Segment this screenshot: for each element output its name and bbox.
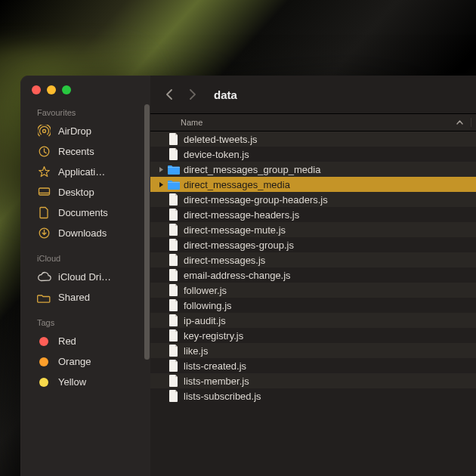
file-name: lists-created.js [181,360,471,372]
sidebar-item-label: Applicati… [58,166,105,178]
svg-rect-15 [168,167,180,168]
sidebar-item-label: Documents [58,207,108,218]
back-button[interactable] [161,85,178,104]
sidebar-item-label: Desktop [58,187,94,198]
file-row[interactable]: direct-messages-group.js17/01/24 [150,237,476,252]
file-row[interactable]: direct-message-headers.js17/01/24 [150,207,476,222]
file-row[interactable]: lists-member.js17/01/24 [150,373,476,388]
disclosure-triangle-icon[interactable] [155,181,167,188]
sidebar-item[interactable]: Downloads [20,223,150,243]
file-name: ip-audit.js [181,315,471,326]
sidebar-item[interactable]: Shared [20,287,150,308]
file-date: 17/01/24 [471,194,476,205]
column-date[interactable]: Date…ified [471,118,476,127]
file-name: email-address-change.js [181,270,471,281]
file-date: 17/01/24 [471,285,476,295]
window-title: data [214,88,237,101]
folder-icon [167,165,181,175]
sort-asc-icon [456,119,463,126]
fullscreen-window-button[interactable] [62,85,71,94]
file-icon [167,314,181,326]
column-name[interactable]: Name [150,118,471,127]
sidebar-item[interactable]: Applicati… [20,162,150,182]
svg-point-0 [42,130,45,133]
file-date: 17/01/24 [471,360,476,371]
window-controls [20,85,150,108]
file-row[interactable]: lists-created.js17/01/24 [150,358,476,373]
file-date: 17/01/24 [471,149,476,159]
file-icon [167,133,181,145]
folder-icon [167,180,181,190]
close-window-button[interactable] [32,85,41,94]
sidebar-item[interactable]: Orange [20,351,150,372]
file-icon [167,284,181,296]
file-date: 17/01/24 [471,345,476,356]
file-icon [167,360,181,372]
sidebar-item[interactable]: iCloud Dri… [20,267,150,287]
file-list[interactable]: deleted-tweets.js17/01/24device-token.js… [150,131,476,476]
finder-window: FavouritesAirDropRecentsApplicati…Deskto… [20,76,476,476]
file-name: direct_messages_media [181,179,471,190]
sidebar-item[interactable]: Red [20,331,150,351]
sidebar-item[interactable]: AirDrop [20,121,150,141]
folder-row[interactable]: direct_messages_media17/01/24 [150,177,476,192]
column-name-label: Name [181,118,202,127]
sidebar-item-label: iCloud Dri… [58,271,111,283]
folder-row[interactable]: direct_messages_group_media17/01/24 [150,162,476,177]
file-row[interactable]: following.js17/01/24 [150,298,476,313]
file-name: direct-message-group-headers.js [181,194,471,206]
tag-color-icon [39,378,48,387]
recents-icon [38,145,51,158]
file-row[interactable]: direct-messages.js17/01/24 [150,252,476,267]
file-row[interactable]: deleted-tweets.js17/01/24 [150,131,476,147]
file-name: like.js [181,345,471,357]
file-row[interactable]: follower.js17/01/24 [150,283,476,298]
svg-rect-16 [168,182,180,183]
sidebar: FavouritesAirDropRecentsApplicati…Deskto… [20,76,150,476]
file-name: lists-member.js [181,376,471,387]
cloud-icon [37,271,51,283]
file-row[interactable]: email-address-change.js17/01/24 [150,267,476,283]
file-name: deleted-tweets.js [181,134,471,145]
file-icon [167,375,181,387]
sidebar-item[interactable]: Recents [20,141,150,162]
file-date: 17/01/24 [471,315,476,326]
file-row[interactable]: key-registry.js17/01/24 [150,328,476,343]
sidebar-item-label: Downloads [58,227,107,239]
airdrop-icon [38,125,51,138]
sidebar-item-label: Recents [58,146,94,157]
sidebar-item[interactable]: Desktop [20,182,150,202]
file-date: 17/01/24 [471,376,476,386]
file-row[interactable]: ip-audit.js17/01/24 [150,313,476,328]
main-pane: data [150,76,476,476]
minimize-window-button[interactable] [47,85,56,94]
file-date: 17/01/24 [471,270,476,280]
sidebar-item-label: AirDrop [58,125,91,137]
file-icon [167,239,181,251]
file-name: direct_messages_group_media [181,164,471,175]
file-icon [167,224,181,236]
sidebar-scrollbar[interactable] [144,104,150,360]
file-row[interactable]: direct-message-group-headers.js17/01/24 [150,192,476,207]
file-name: direct-messages.js [181,255,471,266]
file-row[interactable]: lists-subscribed.js17/01/24 [150,388,476,403]
shared-icon [37,292,51,303]
toolbar: data [150,76,476,113]
file-row[interactable]: like.js17/01/24 [150,343,476,358]
file-date: 17/01/24 [471,391,476,401]
sidebar-item-label: Orange [58,356,91,367]
sidebar-item[interactable]: Yellow [20,372,150,392]
file-icon [167,299,181,311]
file-date: 17/01/24 [471,164,476,175]
file-row[interactable]: direct-message-mute.js17/01/24 [150,222,476,237]
sidebar-section-label: Favourites [20,108,150,121]
forward-button[interactable] [184,85,200,104]
sidebar-section-label: Tags [20,318,150,331]
sidebar-item[interactable]: Documents [20,202,150,223]
file-date: 17/01/24 [471,179,476,190]
file-row[interactable]: device-token.js17/01/24 [150,147,476,162]
file-icon [167,209,181,221]
sidebar-section-label: iCloud [20,254,150,267]
disclosure-triangle-icon[interactable] [155,166,167,173]
file-name: device-token.js [181,149,471,160]
